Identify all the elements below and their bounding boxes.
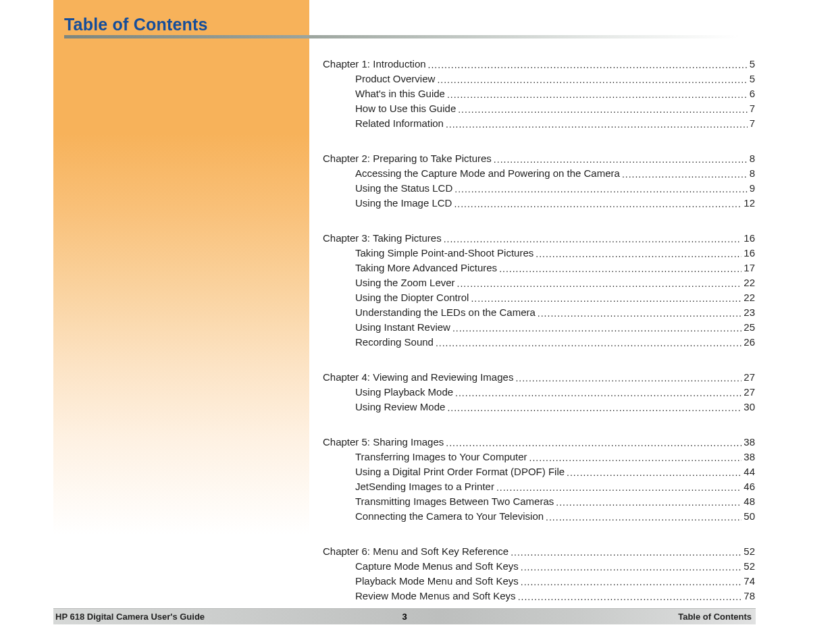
toc-sub-row: Transferring Images to Your Computer38	[323, 450, 755, 464]
toc-sub-page[interactable]: 78	[744, 589, 755, 603]
toc-chapter-row: Chapter 1: Introduction5	[323, 57, 755, 72]
toc-sub-title[interactable]: Using Playback Mode	[355, 385, 453, 400]
toc-chapter-row: Chapter 5: Sharing Images38	[323, 435, 755, 450]
toc-chapter-title[interactable]: Chapter 3: Taking Pictures	[323, 231, 442, 246]
toc-chapter-page[interactable]: 38	[744, 435, 755, 450]
toc-chapter-block: Chapter 1: Introduction5Product Overview…	[323, 57, 755, 131]
toc-leader-dots	[471, 291, 741, 306]
toc-sub-title[interactable]: Review Mode Menus and Soft Keys	[355, 589, 516, 603]
toc-sub-page[interactable]: 8	[750, 166, 755, 181]
toc-sub-page[interactable]: 74	[744, 574, 755, 589]
toc-sub-page[interactable]: 17	[744, 261, 755, 275]
toc-sub-row: Recording Sound26	[323, 335, 755, 350]
toc-sub-page[interactable]: 50	[744, 509, 755, 524]
footer-bar: HP 618 Digital Camera User's Guide 3 Tab…	[53, 608, 756, 624]
toc-leader-dots	[499, 261, 741, 276]
toc-leader-dots	[457, 276, 742, 291]
toc-sub-row: Taking Simple Point-and-Shoot Pictures16	[323, 246, 755, 261]
toc-leader-dots	[446, 117, 748, 132]
toc-sub-row: Product Overview5	[323, 72, 755, 86]
toc-sub-title[interactable]: Using Instant Review	[355, 320, 450, 335]
toc-leader-dots	[546, 510, 741, 525]
toc-sub-title[interactable]: Using the Zoom Lever	[355, 275, 455, 290]
toc-sub-title[interactable]: Connecting the Camera to Your Television	[355, 509, 544, 524]
toc-sub-row: Using the Status LCD9	[323, 181, 755, 196]
toc-sub-page[interactable]: 30	[744, 400, 755, 414]
toc-leader-dots	[567, 465, 741, 480]
toc-sub-row: Transmitting Images Between Two Cameras4…	[323, 494, 755, 509]
toc-chapter-page[interactable]: 27	[744, 370, 755, 385]
toc-chapter-page[interactable]: 52	[744, 544, 755, 559]
toc-sub-row: Taking More Advanced Pictures17	[323, 261, 755, 275]
toc-leader-dots	[622, 167, 748, 182]
toc-chapter-title[interactable]: Chapter 1: Introduction	[323, 57, 426, 72]
toc-sub-title[interactable]: What's in this Guide	[355, 86, 445, 101]
toc-sub-page[interactable]: 22	[744, 290, 755, 305]
toc-sub-title[interactable]: Product Overview	[355, 72, 435, 86]
page-title: Table of Contents	[64, 15, 208, 34]
toc-sub-row: Related Information7	[323, 116, 755, 131]
footer-book-title: HP 618 Digital Camera User's Guide	[55, 612, 205, 622]
toc-chapter-title[interactable]: Chapter 5: Sharing Images	[323, 435, 444, 450]
toc-leader-dots	[496, 480, 741, 495]
toc-sub-title[interactable]: Taking More Advanced Pictures	[355, 261, 497, 275]
toc-leader-dots	[521, 560, 742, 574]
toc-leader-dots	[444, 232, 742, 246]
toc-sub-title[interactable]: Transferring Images to Your Computer	[355, 450, 527, 464]
toc-sub-title[interactable]: Using Review Mode	[355, 400, 445, 414]
toc-chapter-page[interactable]: 5	[750, 57, 755, 72]
toc-chapter-block: Chapter 3: Taking Pictures16Taking Simpl…	[323, 231, 755, 350]
toc-sub-title[interactable]: JetSending Images to a Printer	[355, 479, 494, 494]
toc-sub-row: Accessing the Capture Mode and Powering …	[323, 166, 755, 181]
toc-sub-page[interactable]: 44	[744, 464, 755, 479]
toc-chapter-title[interactable]: Chapter 2: Preparing to Take Pictures	[323, 151, 492, 166]
toc-chapter-title[interactable]: Chapter 6: Menu and Soft Key Reference	[323, 544, 509, 559]
toc-sub-title[interactable]: Recording Sound	[355, 335, 434, 350]
toc-sub-page[interactable]: 38	[744, 450, 755, 464]
toc-sub-page[interactable]: 27	[744, 385, 755, 400]
toc-sub-page[interactable]: 46	[744, 479, 755, 494]
toc-sub-title[interactable]: Understanding the LEDs on the Camera	[355, 305, 536, 320]
toc-sub-row: Using Playback Mode27	[323, 385, 755, 400]
toc-sub-page[interactable]: 6	[750, 86, 755, 101]
toc-sub-page[interactable]: 48	[744, 494, 755, 509]
toc-sub-page[interactable]: 16	[744, 246, 755, 261]
toc-leader-dots	[518, 589, 742, 604]
toc-sub-page[interactable]: 26	[744, 335, 755, 350]
toc-sub-page[interactable]: 7	[750, 101, 755, 116]
toc-sub-title[interactable]: Playback Mode Menu and Soft Keys	[355, 574, 519, 589]
toc-sub-title[interactable]: Transmitting Images Between Two Cameras	[355, 494, 554, 509]
toc-sub-title[interactable]: Using a Digital Print Order Format (DPOF…	[355, 464, 565, 479]
toc-chapter-row: Chapter 6: Menu and Soft Key Reference52	[323, 544, 755, 559]
toc-chapter-page[interactable]: 16	[744, 231, 755, 246]
toc-sub-title[interactable]: Related Information	[355, 116, 444, 131]
toc-sub-title[interactable]: Using the Image LCD	[355, 196, 452, 211]
toc-sub-page[interactable]: 22	[744, 275, 755, 290]
toc-leader-dots	[447, 87, 748, 102]
toc-chapter-block: Chapter 2: Preparing to Take Pictures8Ac…	[323, 151, 755, 211]
toc-sub-page[interactable]: 23	[744, 305, 755, 320]
toc-leader-dots	[446, 435, 741, 450]
toc-sub-page[interactable]: 25	[744, 320, 755, 335]
toc-sub-page[interactable]: 7	[750, 116, 755, 131]
toc-sub-page[interactable]: 9	[750, 181, 755, 196]
toc-sub-title[interactable]: Capture Mode Menus and Soft Keys	[355, 559, 519, 574]
toc-leader-dots	[436, 336, 741, 350]
page-title-block: Table of Contents	[64, 15, 208, 34]
toc-sub-title[interactable]: How to Use this Guide	[355, 101, 456, 116]
toc-leader-dots	[447, 400, 741, 415]
toc-sub-title[interactable]: Using the Diopter Control	[355, 290, 469, 305]
toc-chapter-title[interactable]: Chapter 4: Viewing and Reviewing Images	[323, 370, 513, 385]
toc-leader-dots	[511, 545, 741, 560]
toc-sub-page[interactable]: 52	[744, 559, 755, 574]
toc-sub-page[interactable]: 5	[750, 72, 755, 86]
toc-sub-row: Using the Diopter Control22	[323, 290, 755, 305]
toc-sub-title[interactable]: Accessing the Capture Mode and Powering …	[355, 166, 620, 181]
footer-page-number: 3	[402, 612, 407, 622]
toc-sub-page[interactable]: 12	[744, 196, 755, 211]
toc-chapter-page[interactable]: 8	[750, 151, 755, 166]
toc-sub-title[interactable]: Using the Status LCD	[355, 181, 452, 196]
toc-sub-row: What's in this Guide6	[323, 86, 755, 101]
toc-sub-title[interactable]: Taking Simple Point-and-Shoot Pictures	[355, 246, 533, 261]
toc-leader-dots	[556, 495, 741, 510]
